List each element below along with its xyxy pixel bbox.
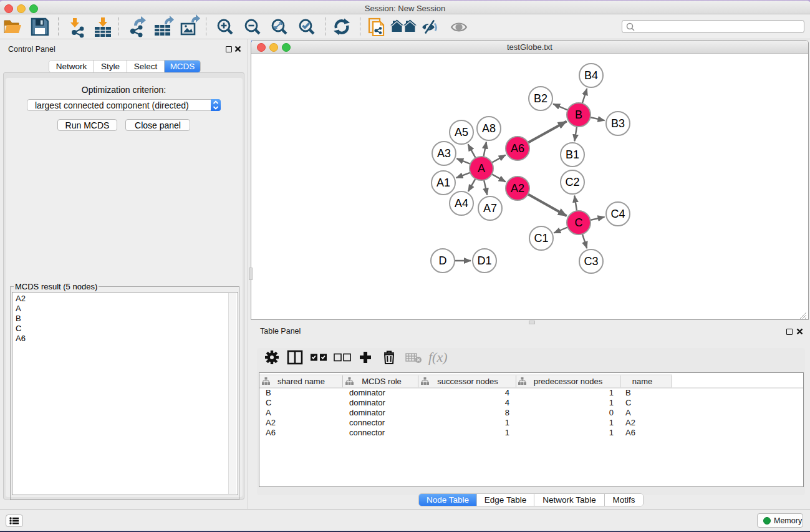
svg-text:1: 1 <box>505 418 509 427</box>
svg-text:C: C <box>625 398 631 407</box>
svg-text:B: B <box>625 388 631 397</box>
svg-text:shared name: shared name <box>277 377 325 386</box>
svg-text:connector: connector <box>349 428 385 437</box>
svg-text:1: 1 <box>609 398 614 407</box>
svg-text:B4: B4 <box>584 69 598 82</box>
svg-text:name: name <box>632 377 653 386</box>
svg-text:A4: A4 <box>455 197 468 210</box>
svg-text:8: 8 <box>505 408 509 417</box>
svg-text:1: 1 <box>609 418 614 427</box>
svg-text:A2: A2 <box>625 418 635 427</box>
svg-text:dominator: dominator <box>349 398 385 407</box>
svg-text:dominator: dominator <box>349 408 385 417</box>
svg-text:A3: A3 <box>437 147 451 160</box>
svg-text:D1: D1 <box>477 254 491 267</box>
svg-text:C: C <box>266 398 271 407</box>
svg-text:D: D <box>439 254 447 267</box>
svg-text:1: 1 <box>505 428 509 437</box>
svg-text:A6: A6 <box>266 428 276 437</box>
svg-text:B3: B3 <box>611 117 625 130</box>
svg-text:A6: A6 <box>625 428 635 437</box>
svg-text:dominator: dominator <box>349 388 385 397</box>
svg-text:A1: A1 <box>436 177 450 189</box>
svg-text:C3: C3 <box>584 255 598 268</box>
svg-text:A8: A8 <box>482 122 496 135</box>
svg-text:A2: A2 <box>511 182 524 195</box>
svg-text:A2: A2 <box>266 418 276 427</box>
svg-text:B2: B2 <box>534 92 547 105</box>
svg-text:C4: C4 <box>610 208 625 220</box>
svg-text:A: A <box>625 408 631 417</box>
svg-text:1: 1 <box>609 428 614 437</box>
svg-text:A5: A5 <box>455 126 468 138</box>
svg-text:A7: A7 <box>483 202 497 215</box>
svg-text:successor nodes: successor nodes <box>437 377 498 386</box>
svg-text:4: 4 <box>505 398 509 407</box>
svg-text:B1: B1 <box>566 148 579 161</box>
svg-text:A: A <box>478 162 485 175</box>
svg-text:predecessor nodes: predecessor nodes <box>534 377 603 386</box>
svg-text:4: 4 <box>505 388 509 397</box>
svg-text:C1: C1 <box>534 232 548 244</box>
svg-text:connector: connector <box>349 418 385 427</box>
svg-text:C2: C2 <box>565 176 579 188</box>
svg-text:B: B <box>266 388 271 397</box>
svg-text:MCDS role: MCDS role <box>362 377 402 386</box>
svg-text:A6: A6 <box>511 142 524 155</box>
svg-text:0: 0 <box>609 408 614 417</box>
svg-text:f(x): f(x) <box>428 349 448 365</box>
svg-text:B: B <box>575 109 582 121</box>
svg-text:1: 1 <box>609 388 614 397</box>
svg-text:C: C <box>575 216 583 229</box>
svg-text:A: A <box>266 408 271 417</box>
